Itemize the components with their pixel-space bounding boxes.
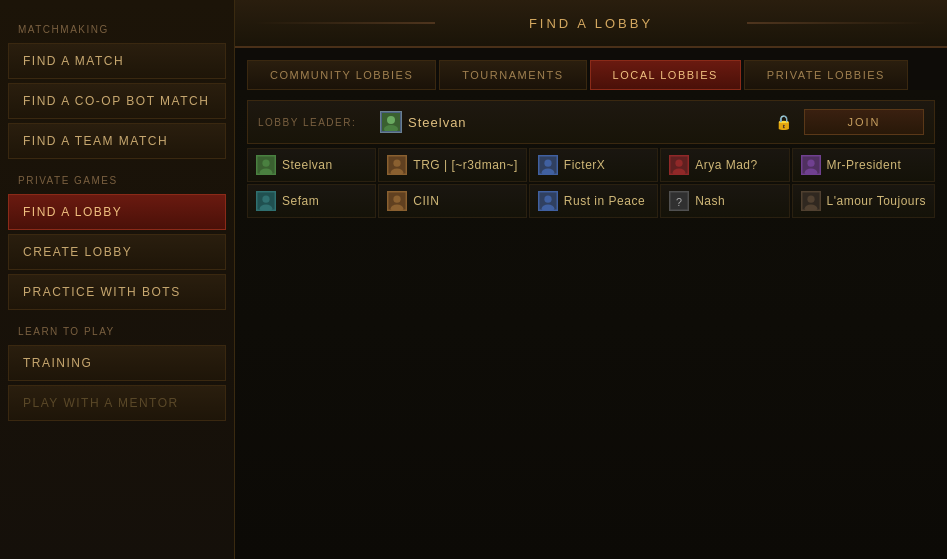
player-cell: TRG | [~r3dman~] (378, 148, 527, 182)
sidebar-btn-create-lobby[interactable]: CREATE LOBBY (8, 234, 226, 270)
leader-avatar (380, 111, 402, 133)
sidebar-btn-find-team-match[interactable]: FIND A TEAM MATCH (8, 123, 226, 159)
lobby-leader-label: Lobby Leader: (258, 117, 368, 128)
player-name: Steelvan (282, 158, 333, 172)
player-name: Rust in Peace (564, 194, 645, 208)
svg-point-30 (807, 196, 814, 203)
player-cell: Sefam (247, 184, 376, 218)
section-label-private-games: Private Games (0, 161, 234, 192)
tab-community-lobbies[interactable]: Community Lobbies (247, 60, 436, 90)
player-avatar (801, 155, 821, 175)
player-avatar (538, 191, 558, 211)
tab-private-lobbies[interactable]: Private Lobbies (744, 60, 908, 90)
player-name: Mr-President (827, 158, 902, 172)
leader-name: Steelvan (408, 115, 775, 130)
player-cell: CIIN (378, 184, 527, 218)
svg-point-22 (394, 196, 401, 203)
svg-point-19 (262, 196, 269, 203)
join-button[interactable]: Join (804, 109, 924, 135)
sidebar-btn-practice-with-bots[interactable]: PRACTICE WITH BOTS (8, 274, 226, 310)
player-avatar (387, 191, 407, 211)
player-name: FicterX (564, 158, 606, 172)
player-cell: Arya Mad? (660, 148, 789, 182)
sidebar-btn-play-with-mentor: PLAY WITH A MENTOR (8, 385, 226, 421)
player-avatar: ? (669, 191, 689, 211)
player-avatar (387, 155, 407, 175)
sidebar: MatchmakingFIND A MATCHFIND A CO-OP BOT … (0, 0, 235, 559)
player-cell: Steelvan (247, 148, 376, 182)
player-cell: ?Nash (660, 184, 789, 218)
lobby-content: Lobby Leader: Steelvan 🔒 Join SteelvanTR… (235, 90, 947, 559)
lock-icon: 🔒 (775, 114, 792, 130)
svg-text:?: ? (676, 196, 682, 208)
player-cell: FicterX (529, 148, 658, 182)
main-title: Find a Lobby (529, 16, 653, 31)
player-cell: Rust in Peace (529, 184, 658, 218)
player-avatar (669, 155, 689, 175)
tab-local-lobbies[interactable]: Local Lobbies (590, 60, 741, 90)
sidebar-btn-find-co-op-bot-match[interactable]: FIND A CO-OP BOT MATCH (8, 83, 226, 119)
player-name: Nash (695, 194, 725, 208)
svg-point-4 (262, 160, 269, 167)
svg-point-7 (394, 160, 401, 167)
tabs-bar: Community LobbiesTournamentsLocal Lobbie… (235, 48, 947, 90)
sidebar-btn-find-a-lobby[interactable]: FIND A LOBBY (8, 194, 226, 230)
player-name: Arya Mad? (695, 158, 758, 172)
svg-point-13 (676, 160, 683, 167)
svg-point-10 (544, 160, 551, 167)
lobby-header: Lobby Leader: Steelvan 🔒 Join (247, 100, 935, 144)
sidebar-btn-find-a-match[interactable]: FIND A MATCH (8, 43, 226, 79)
player-cell: Mr-President (792, 148, 935, 182)
players-grid: SteelvanTRG | [~r3dman~]FicterXArya Mad?… (247, 148, 935, 218)
svg-point-16 (807, 160, 814, 167)
svg-point-25 (544, 196, 551, 203)
sidebar-btn-training[interactable]: TRAINING (8, 345, 226, 381)
player-name: CIIN (413, 194, 439, 208)
svg-point-1 (387, 116, 395, 124)
player-name: L'amour Toujours (827, 194, 926, 208)
player-avatar (538, 155, 558, 175)
section-label-matchmaking: Matchmaking (0, 10, 234, 41)
top-bar: Find a Lobby (235, 0, 947, 48)
main-content: Find a Lobby Community LobbiesTournament… (235, 0, 947, 559)
section-label-learn-to-play: Learn to Play (0, 312, 234, 343)
player-avatar (801, 191, 821, 211)
player-name: TRG | [~r3dman~] (413, 158, 518, 172)
player-name: Sefam (282, 194, 319, 208)
player-cell: L'amour Toujours (792, 184, 935, 218)
player-avatar (256, 191, 276, 211)
tab-tournaments[interactable]: Tournaments (439, 60, 586, 90)
player-avatar (256, 155, 276, 175)
